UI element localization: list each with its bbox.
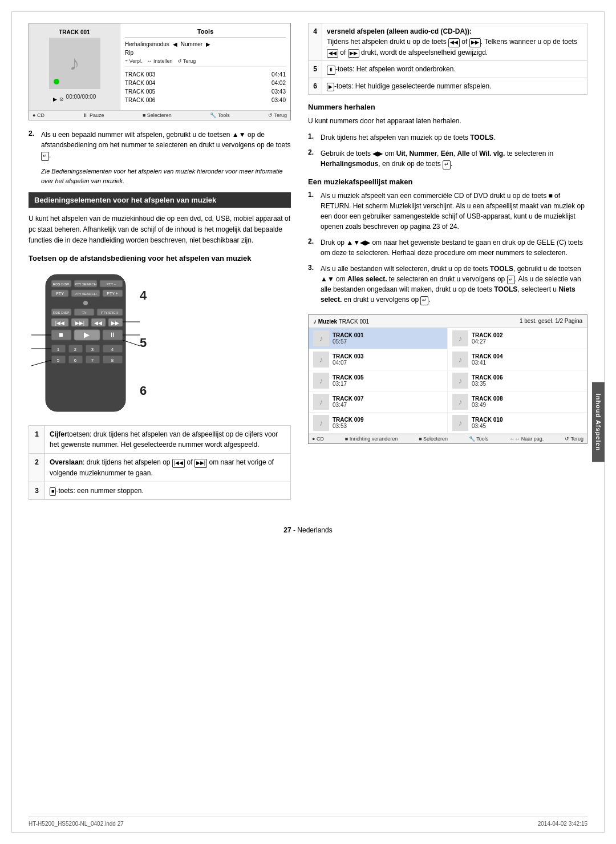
herhalingsmodus-row: Herhalingsmodus ◀ Nummer ▶ (125, 41, 286, 47)
cd-bottom-bar: ● CD ⏸ Pauze ■ Selecteren 🔧 Tools ↺ Teru… (29, 110, 290, 120)
svg-text:PTY SEARCH: PTY SEARCH (75, 282, 96, 286)
svg-text:8: 8 (111, 358, 114, 363)
svg-text:7: 7 (91, 358, 94, 363)
music-title-text: Muziek (318, 318, 337, 325)
rew2-icon: ◀◀ (327, 49, 338, 58)
nummers-step-2-text: Gebruik de toets ◀▶ om Uit, Nummer, Eén,… (321, 148, 587, 169)
callout-num-1: 1 (29, 426, 45, 454)
svg-point-13 (83, 301, 88, 305)
track-003-name: TRACK 003 (125, 71, 155, 78)
nav-terug: ↺ Terug (177, 58, 196, 64)
right-column: 4 versneld afspelen (alleen audio-cd (CD… (308, 23, 587, 509)
music-track-005: ♪ TRACK 005 03:17 (309, 370, 448, 391)
muzieklijst-step-1: 1. Als u muziek afspeelt van een commerc… (308, 191, 587, 232)
play-icon-6: ▶ (327, 83, 334, 92)
track-thumb-006: ♪ (452, 373, 468, 389)
track-006-name: TRACK 006 (125, 97, 155, 103)
ml-bottom-tools: 🔧 Tools (469, 436, 488, 442)
callout-row-2: 2 Overslaan: druk tijdens het afspelen o… (29, 454, 291, 482)
track-thumb-002: ♪ (452, 330, 468, 346)
music-list-ui: ♪ Muziek TRACK 001 1 best. gesel. 1/2 Pa… (308, 314, 587, 444)
cd-bottom-selecteren: ■ Selecteren (143, 112, 172, 118)
music-page-info: 1 best. gesel. 1/2 Pagina (520, 318, 582, 324)
track-info-006: TRACK 006 03:35 (472, 374, 502, 387)
rewind-icon: |◀◀ (172, 459, 185, 468)
track-name-004: TRACK 004 (472, 353, 502, 360)
herhalingsmodus-label: Herhalingsmodus (125, 41, 169, 47)
svg-text:|◀◀: |◀◀ (55, 320, 64, 326)
ml-bottom-selecteren: ■ Selecteren (419, 436, 448, 442)
track-name-003: TRACK 003 (333, 353, 363, 360)
page-number-area: 27 - Nederlands (29, 526, 587, 534)
cd-disc-icon: ⊙ (59, 96, 64, 102)
track-info-010: TRACK 010 03:45 (472, 417, 502, 429)
diag-label-4: 4 (140, 289, 147, 302)
callout-row-1: 1 Cijfertoetsen: druk tijdens het afspel… (29, 426, 291, 454)
nummers-step-1: 1. Druk tijdens het afspelen van muziek … (308, 132, 587, 143)
callout-table: 1 Cijfertoetsen: druk tijdens het afspel… (29, 425, 291, 500)
svg-text:◀◀: ◀◀ (94, 320, 102, 326)
track-thumb-010: ♪ (452, 415, 468, 431)
track-005-time: 03:43 (271, 88, 286, 95)
callout-text-1: Cijfertoetsen: druk tijdens het afspelen… (45, 426, 291, 454)
right-num-table: 4 versneld afspelen (alleen audio-cd (CD… (308, 23, 587, 95)
music-track-label: TRACK 001 (339, 318, 369, 325)
diag-label-6: 6 (140, 385, 147, 397)
svg-text:PTY +: PTY + (107, 282, 116, 286)
track-thumb-009: ♪ (313, 415, 329, 431)
enter-icon-2: ↵ (443, 160, 451, 169)
callout-num-3: 3 (29, 482, 45, 500)
remote-svg: RDS DISP PTY SEARCH PTY + PTY PTY SEARCH… (29, 272, 143, 414)
track-003-time: 04:41 (271, 71, 286, 78)
svg-text:RDS DISP: RDS DISP (53, 282, 69, 286)
diagram-right-labels: 4 5 6 (140, 272, 147, 414)
track-name-005: TRACK 005 (333, 374, 363, 381)
svg-text:PTY: PTY (56, 292, 64, 296)
muzieklijst-step-3-num: 3. (308, 264, 316, 305)
ml-bottom-inrichting: ■ Inrichting veranderen (345, 436, 398, 442)
track-name-002: TRACK 002 (472, 332, 502, 338)
svg-text:3: 3 (91, 347, 94, 352)
cd-play-icon: ▶ (53, 96, 57, 102)
muzieklijst-step-3-text: Als u alle bestanden wilt selecteren, dr… (321, 264, 587, 305)
stop-icon: ■ (50, 487, 56, 496)
bedieningselementen-intro: U kunt het afspelen van de muziekinhoud … (29, 213, 291, 247)
tools-nav-row: ÷ Verpl. ↔ Instellen ↺ Terug (125, 58, 286, 67)
page-footer: HT-H5200_HS5200-NL_0402.indd 27 2014-04-… (29, 817, 587, 827)
track-name-009: TRACK 009 (333, 417, 363, 423)
right-text-5: ⏸-toets: Het afspelen wordt onderbroken. (322, 61, 587, 78)
track-name-007: TRACK 007 (333, 395, 363, 402)
nummers-step-2-num: 2. (308, 148, 316, 169)
track-thumb-008: ♪ (452, 394, 468, 410)
track-time-002: 04:27 (472, 338, 502, 345)
ff-icon: ▶▶ (469, 38, 481, 47)
rip-label: Rip (125, 50, 286, 56)
nummers-step-2: 2. Gebruik de toets ◀▶ om Uit, Nummer, E… (308, 148, 587, 169)
svg-text:RDS DISP: RDS DISP (53, 311, 69, 314)
track-info-007: TRACK 007 03:47 (333, 395, 363, 408)
music-note-icon: ♪ (70, 51, 80, 75)
diag-label-5: 5 (140, 337, 147, 349)
cd-bottom-cd: ● CD (33, 112, 44, 118)
track-info-005: TRACK 005 03:17 (333, 374, 363, 387)
track-name-010: TRACK 010 (472, 417, 502, 423)
nummer-label: Nummer (181, 41, 202, 47)
fastfwd-icon: ▶▶| (194, 459, 207, 468)
track-info-001: TRACK 001 05:57 (333, 332, 363, 345)
track-time-004: 03:41 (472, 360, 502, 366)
cd-time: 00:00/00:00 (66, 94, 96, 100)
muzieklijst-step-3: 3. Als u alle bestanden wilt selecteren,… (308, 264, 587, 305)
versneld-heading: versneld afspelen (alleen audio-cd (CD-D… (327, 27, 472, 35)
nummers-step-1-num: 1. (308, 132, 316, 143)
track-time-001: 05:57 (333, 338, 363, 345)
callout-row-3: 3 ■-toets: een nummer stoppen. (29, 482, 291, 500)
track-time-007: 03:47 (333, 402, 363, 408)
track-thumb-005: ♪ (313, 373, 329, 389)
right-num-5: 5 (309, 61, 322, 78)
muzieklijst-step-1-text: Als u muziek afspeelt van een commerciël… (321, 191, 587, 232)
track-time-005: 03:17 (333, 381, 363, 387)
green-indicator (54, 79, 59, 84)
track-info-008: TRACK 008 03:49 (472, 395, 502, 408)
svg-text:▶▶|: ▶▶| (75, 320, 84, 326)
remote-diagram-area: RDS DISP PTY SEARCH PTY + PTY PTY SEARCH… (29, 272, 291, 416)
